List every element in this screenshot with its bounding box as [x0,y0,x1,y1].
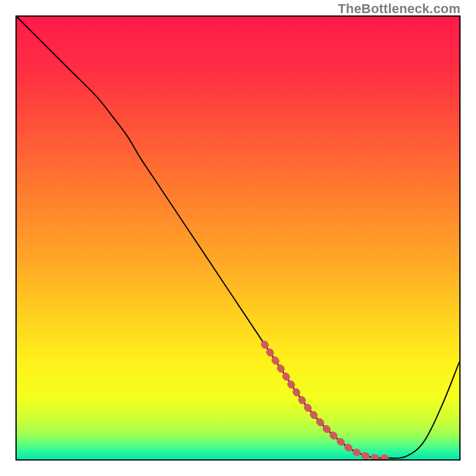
watermark-text: TheBottleneck.com [338,1,461,17]
chart-plot-area [15,15,461,461]
svg-rect-0 [17,17,459,459]
background-gradient [17,17,459,459]
